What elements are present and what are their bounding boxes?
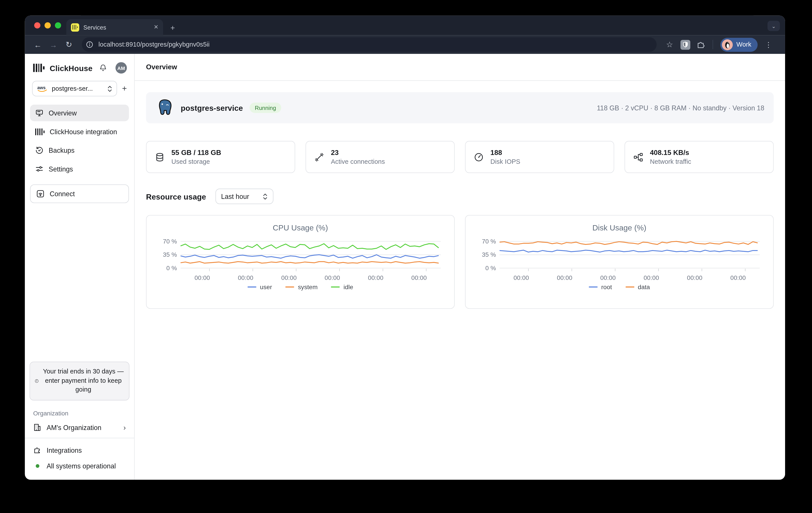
legend-label: root	[601, 284, 612, 291]
updown-chevron-icon	[107, 85, 112, 92]
bookmark-star-icon[interactable]: ☆	[663, 38, 676, 51]
tab-close-icon[interactable]: ✕	[154, 24, 158, 31]
organization-section-label: Organization	[25, 408, 134, 417]
tab-search-button[interactable]: ⌄	[767, 21, 780, 31]
svg-text:00:00: 00:00	[557, 275, 572, 281]
stage: Services ✕ + ⌄ ← → ↻ localhost:8910/post…	[0, 0, 812, 513]
legend-item-system[interactable]: system	[286, 284, 318, 291]
clickhouse-logo-icon	[33, 63, 45, 73]
forward-button[interactable]: →	[47, 38, 60, 51]
stat-value: 55 GB / 118 GB	[171, 149, 221, 156]
stat-label: Network traffic	[650, 158, 691, 165]
clickhouse-favicon-icon	[71, 23, 80, 31]
browser-menu-icon[interactable]: ⋮	[762, 38, 775, 51]
svg-text:00:00: 00:00	[195, 275, 210, 281]
svg-text:aws: aws	[37, 85, 46, 90]
chevron-right-icon: ›	[123, 423, 126, 431]
trial-notice-text: Your trial ends in 30 days — enter payme…	[43, 367, 124, 395]
main-panel: Overview postgres-service Running 118 GB…	[135, 54, 785, 480]
sidebar-item-settings[interactable]: Settings	[30, 161, 129, 177]
add-service-button[interactable]: +	[122, 84, 127, 93]
minimize-window-button[interactable]	[45, 22, 51, 28]
organization-item[interactable]: AM's Organization ›	[25, 417, 134, 438]
sidebar-item-clickhouse-integration[interactable]: ClickHouse integration	[30, 123, 129, 140]
sidebar-footer: Integrations All systems operational	[25, 438, 134, 480]
svg-text:0 %: 0 %	[166, 265, 177, 272]
status-badge: Running	[250, 103, 281, 113]
svg-text:00:00: 00:00	[687, 275, 702, 281]
new-tab-button[interactable]: +	[170, 23, 175, 32]
network-nodes-icon	[633, 152, 643, 162]
resource-usage-title: Resource usage	[146, 192, 206, 201]
page-content: postgres-service Running 118 GB · 2 vCPU…	[135, 81, 785, 320]
legend-item-user[interactable]: user	[248, 284, 272, 291]
chart-title: Disk Usage (%)	[474, 223, 765, 232]
legend-item-idle[interactable]: idle	[331, 284, 353, 291]
chart-title: CPU Usage (%)	[155, 223, 446, 232]
stat-card-used-storage: 55 GB / 118 GB Used storage	[146, 141, 295, 173]
svg-text:0 %: 0 %	[486, 265, 496, 272]
stat-card-disk-iops: 188 Disk IOPS	[465, 141, 614, 173]
gauge-icon	[474, 152, 484, 162]
integrations-puzzle-icon	[33, 446, 41, 455]
legend-item-root[interactable]: root	[589, 284, 612, 291]
system-status[interactable]: All systems operational	[33, 459, 126, 473]
shield-extension-icon[interactable]	[678, 38, 692, 51]
legend-label: idle	[344, 284, 353, 291]
legend-swatch	[248, 287, 256, 288]
service-name: postgres-service	[181, 103, 243, 112]
legend-item-data[interactable]: data	[625, 284, 650, 291]
chart-legend: rootdata	[474, 284, 765, 291]
url-text: localhost:8910/postgres/pgkybgnv0s5ii	[98, 41, 210, 48]
svg-text:70 %: 70 %	[482, 238, 496, 245]
svg-text:70 %: 70 %	[163, 238, 177, 245]
settings-sliders-icon	[35, 165, 44, 173]
cpu-usage-chart-card: CPU Usage (%) 0 %35 %70 %00:0000:0000:00…	[146, 215, 455, 309]
sidebar-header: ClickHouse AM	[25, 54, 134, 80]
sidebar-nav: Overview ClickHouse integration	[25, 105, 134, 177]
svg-text:00:00: 00:00	[325, 275, 340, 281]
sidebar-spacer	[25, 203, 134, 362]
browser-profile-button[interactable]: Work	[720, 37, 758, 51]
disk-usage-chart-card: Disk Usage (%) 0 %35 %70 %00:0000:0000:0…	[465, 215, 774, 309]
overview-board-icon	[35, 109, 44, 117]
sidebar-item-label: Overview	[49, 109, 77, 117]
svg-text:00:00: 00:00	[730, 275, 746, 281]
reload-button[interactable]: ↻	[62, 38, 76, 51]
disk-usage-chart: 0 %35 %70 %00:0000:0000:0000:0000:0000:0…	[474, 235, 765, 283]
sidebar-item-overview[interactable]: Overview	[30, 105, 129, 121]
aws-logo-icon: aws	[37, 85, 48, 92]
stat-label: Active connections	[331, 158, 385, 165]
legend-swatch	[589, 287, 598, 288]
resource-usage-row: Resource usage Last hour	[146, 189, 774, 204]
back-button[interactable]: ←	[31, 38, 45, 51]
toolbar-separator	[713, 40, 713, 49]
svg-text:00:00: 00:00	[600, 275, 616, 281]
status-text: All systems operational	[47, 462, 116, 469]
organization-name: AM's Organization	[47, 424, 118, 431]
site-info-icon[interactable]	[85, 40, 94, 49]
close-window-button[interactable]	[34, 22, 40, 28]
window-controls[interactable]	[34, 22, 61, 28]
updown-chevron-icon	[263, 193, 268, 200]
address-bar[interactable]: localhost:8910/postgres/pgkybgnv0s5ii	[82, 37, 657, 52]
service-selector[interactable]: aws postgres-ser...	[32, 81, 117, 96]
profile-name: Work	[736, 41, 751, 48]
legend-label: data	[638, 284, 650, 291]
sidebar-item-backups[interactable]: Backups	[30, 142, 129, 159]
connect-button[interactable]: Connect	[30, 184, 129, 203]
browser-tab-services[interactable]: Services ✕	[66, 19, 163, 35]
stat-value: 188	[491, 149, 520, 156]
brand-name: ClickHouse	[50, 63, 95, 73]
extensions-puzzle-icon[interactable]	[694, 38, 707, 51]
integrations-link[interactable]: Integrations	[33, 444, 126, 457]
maximize-window-button[interactable]	[55, 22, 61, 28]
svg-text:00:00: 00:00	[514, 275, 529, 281]
time-range-select[interactable]: Last hour	[215, 189, 273, 204]
trial-clock-icon	[35, 377, 39, 386]
browser-window: Services ✕ + ⌄ ← → ↻ localhost:8910/post…	[25, 16, 785, 480]
clickhouse-bars-icon	[35, 128, 45, 135]
notifications-bell-icon[interactable]	[99, 64, 107, 72]
user-avatar[interactable]: AM	[115, 62, 127, 74]
connect-label: Connect	[50, 190, 75, 198]
